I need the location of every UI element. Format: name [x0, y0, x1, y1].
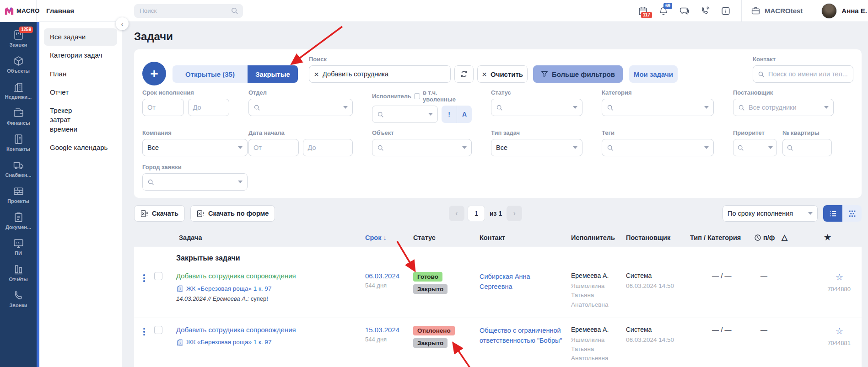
start-from-input[interactable]: От [248, 139, 299, 156]
page-number-input[interactable]: 1 [468, 206, 485, 221]
tab-home[interactable]: Главная [37, 0, 122, 21]
contact-link[interactable]: Общество с ограниченной ответственностью… [480, 326, 571, 346]
info-icon[interactable] [721, 6, 731, 16]
pf-value: — [754, 326, 782, 334]
sidebar-item-zayavki[interactable]: Заявки 1259 [0, 26, 37, 52]
refresh-button[interactable] [454, 65, 474, 83]
sidebar-item-documents[interactable]: Докумен... [0, 208, 37, 234]
status-select[interactable] [491, 99, 582, 116]
sidebar-item-supply[interactable]: Снабжен... [0, 156, 37, 182]
contact-search-input[interactable]: Поиск по имени или тел... [753, 65, 853, 83]
include-fired-checkbox[interactable] [414, 93, 420, 99]
sidebar-item-projects[interactable]: Проекты [0, 182, 37, 208]
due-date-link[interactable]: 06.03.2024 [365, 272, 413, 280]
sidebar-item-realty[interactable]: Недвижи... [0, 78, 37, 104]
submenu-item-all-tasks[interactable]: Все задачи [44, 28, 117, 46]
assigner-date: 06.03.2024 14:50 [626, 335, 690, 345]
executor-select[interactable] [372, 106, 438, 123]
row-menu-icon[interactable] [134, 272, 154, 282]
home-tab-label: Главная [46, 7, 74, 15]
submenu-item-plan[interactable]: План [44, 65, 117, 83]
sidebar-item-finance[interactable]: Финансы [0, 104, 37, 130]
start-to-input[interactable]: До [303, 139, 353, 156]
tab-open-tasks[interactable]: Открытые (35) [173, 65, 248, 83]
due-from-input[interactable]: От [142, 99, 184, 116]
submenu-item-report[interactable]: Отчет [44, 84, 117, 101]
status-badge-closed: Закрыто [413, 284, 447, 294]
download-by-form-button[interactable]: Скачать по форме [190, 205, 275, 222]
executor-exclude-toggle[interactable]: ! [442, 106, 457, 123]
main-content: Задачи + Открытые (35) Закрытые Поиск × … [122, 22, 868, 367]
excel-icon [140, 210, 148, 218]
pf-value: — [754, 272, 782, 280]
tags-select[interactable] [602, 139, 714, 156]
city-select[interactable] [142, 173, 248, 191]
row-menu-icon[interactable] [134, 326, 154, 336]
chevron-down-icon [238, 181, 243, 183]
sort-select[interactable]: По сроку исполнения [722, 205, 818, 222]
sidebar-item-objects[interactable]: Объекты [0, 52, 37, 78]
list-view-button[interactable] [823, 205, 842, 222]
download-button[interactable]: Скачать [134, 205, 185, 222]
chevron-down-icon [343, 106, 348, 109]
submenu-item-categories[interactable]: Категории задач [44, 47, 117, 64]
object-select[interactable] [372, 139, 472, 156]
row-checkbox[interactable] [154, 272, 162, 280]
search-icon [253, 104, 260, 111]
submenu-item-time-tracker[interactable]: Трекер затрат времени [44, 102, 99, 138]
collapse-sidebar-button[interactable]: ‹ [116, 17, 129, 30]
user-menu[interactable]: Анна Е. [821, 3, 868, 19]
object-link[interactable]: ЖК «Березовая роща» 1 к. 97 [186, 285, 271, 292]
tab-closed-tasks[interactable]: Закрытые [248, 65, 298, 83]
sidebar-item-reports[interactable]: Отчёты [0, 260, 37, 286]
task-type-select[interactable]: Все [491, 139, 582, 156]
topbar-divider [741, 0, 742, 22]
my-tasks-button[interactable]: Мои задачи [629, 65, 678, 83]
task-title-link[interactable]: Добавить сотрудника сопровождения [176, 272, 365, 280]
assigner-select[interactable]: Все сотрудники [733, 99, 834, 116]
next-page-button[interactable]: › [507, 206, 522, 221]
category-select[interactable] [602, 99, 714, 116]
col-due-sort[interactable]: Срок ↓ [365, 234, 413, 241]
col-status: Статус [413, 234, 480, 241]
apartment-input[interactable] [782, 139, 832, 156]
due-date-link[interactable]: 15.03.2024 [365, 326, 413, 334]
table-row[interactable]: Добавить сотрудника сопровождения ЖК «Бе… [134, 318, 862, 367]
priority-select[interactable] [733, 139, 777, 156]
sidebar-item-calls[interactable]: Звонки [0, 286, 37, 312]
task-title-link[interactable]: Добавить сотрудника сопровождения [176, 326, 365, 334]
due-to-input[interactable]: До [188, 99, 230, 116]
global-search-input[interactable]: Поиск [134, 4, 243, 18]
company-switcher[interactable]: MACROtest [751, 6, 803, 16]
filter-tags: Теги [602, 129, 714, 156]
table-row[interactable]: Добавить сотрудника сопровождения ЖК «Бе… [134, 264, 862, 318]
object-link[interactable]: ЖК «Березовая роща» 1 к. 97 [186, 339, 271, 346]
row-checkbox[interactable] [154, 326, 162, 334]
favorite-star-icon[interactable]: ☆ [836, 272, 843, 282]
notifications-bell-icon[interactable]: 69 [658, 6, 669, 16]
clock-icon [754, 234, 761, 241]
app-logo[interactable]: MACRO [0, 0, 37, 21]
filter-executor: Исполнитель в т.ч. уволенные ! А [372, 89, 472, 123]
sidebar-item-pi[interactable]: ПИ [0, 234, 37, 260]
calendar-icon[interactable]: 117 [638, 6, 648, 16]
submenu-item-google-calendar[interactable]: Google календарь [44, 139, 117, 156]
col-contact: Контакт [480, 234, 571, 241]
task-search-input[interactable]: × Добавить сотрудника [309, 65, 451, 83]
department-select[interactable] [248, 99, 353, 116]
executor-all-toggle[interactable]: А [457, 106, 472, 123]
assigner-name: Система [626, 326, 690, 333]
chat-icon[interactable] [679, 6, 690, 16]
phone-icon[interactable] [700, 6, 710, 16]
prev-page-button[interactable]: ‹ [449, 206, 464, 221]
clear-search-icon[interactable]: × [314, 70, 319, 79]
company-select[interactable]: Все [142, 139, 248, 156]
favorite-star-icon[interactable]: ☆ [836, 326, 843, 336]
kanban-view-button[interactable] [842, 205, 862, 222]
clear-filters-button[interactable]: × Очистить [477, 65, 528, 83]
contact-link[interactable]: Сибирская Анна Сергеевна [480, 272, 571, 292]
add-task-button[interactable]: + [142, 62, 166, 85]
tasks-submenu: Все задачи Категории задач План Отчет Тр… [39, 22, 122, 367]
more-filters-button[interactable]: Больше фильтров [533, 65, 623, 83]
sidebar-item-contacts[interactable]: Контакты [0, 130, 37, 156]
